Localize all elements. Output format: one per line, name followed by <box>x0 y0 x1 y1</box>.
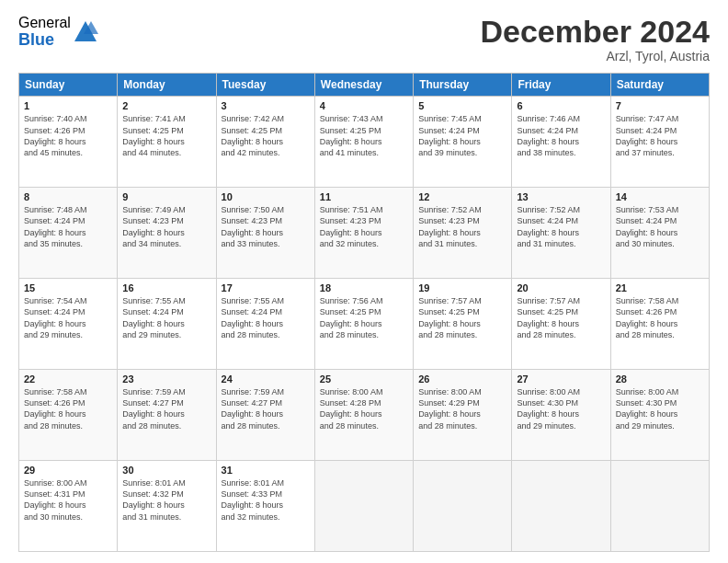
week-row-5: 29Sunrise: 8:00 AM Sunset: 4:31 PM Dayli… <box>19 461 710 552</box>
day-number: 28 <box>616 373 704 385</box>
cell-w3-d1: 15Sunrise: 7:54 AM Sunset: 4:24 PM Dayli… <box>19 279 118 370</box>
col-wednesday: Wednesday <box>314 74 413 97</box>
day-number: 22 <box>24 373 112 385</box>
cell-w3-d6: 20Sunrise: 7:57 AM Sunset: 4:25 PM Dayli… <box>512 279 610 370</box>
day-info: Sunrise: 7:52 AM Sunset: 4:24 PM Dayligh… <box>517 204 605 249</box>
day-number: 7 <box>616 100 704 111</box>
cell-w5-d6 <box>512 461 610 552</box>
day-info: Sunrise: 8:00 AM Sunset: 4:31 PM Dayligh… <box>24 477 112 523</box>
cell-w1-d1: 1Sunrise: 7:40 AM Sunset: 4:26 PM Daylig… <box>19 97 118 188</box>
cell-w4-d7: 28Sunrise: 8:00 AM Sunset: 4:30 PM Dayli… <box>610 370 709 461</box>
cell-w2-d6: 13Sunrise: 7:52 AM Sunset: 4:24 PM Dayli… <box>512 188 610 279</box>
day-number: 6 <box>517 100 605 111</box>
day-number: 30 <box>122 465 210 476</box>
day-number: 20 <box>517 282 605 293</box>
month-title: December 2024 <box>480 15 710 49</box>
day-info: Sunrise: 7:48 AM Sunset: 4:24 PM Dayligh… <box>24 204 112 249</box>
day-number: 8 <box>24 191 112 202</box>
cell-w5-d3: 31Sunrise: 8:01 AM Sunset: 4:33 PM Dayli… <box>216 461 314 552</box>
day-info: Sunrise: 7:50 AM Sunset: 4:23 PM Dayligh… <box>222 204 310 249</box>
logo-blue: Blue <box>18 31 71 50</box>
day-number: 25 <box>320 373 408 385</box>
col-friday: Friday <box>512 74 610 97</box>
cell-w5-d2: 30Sunrise: 8:01 AM Sunset: 4:32 PM Dayli… <box>118 461 216 552</box>
cell-w5-d1: 29Sunrise: 8:00 AM Sunset: 4:31 PM Dayli… <box>19 461 118 552</box>
cell-w5-d4 <box>314 461 413 552</box>
day-info: Sunrise: 8:00 AM Sunset: 4:30 PM Dayligh… <box>616 386 704 431</box>
cell-w4-d1: 22Sunrise: 7:58 AM Sunset: 4:26 PM Dayli… <box>19 370 118 461</box>
cell-w1-d3: 3Sunrise: 7:42 AM Sunset: 4:25 PM Daylig… <box>216 97 314 188</box>
cell-w3-d4: 18Sunrise: 7:56 AM Sunset: 4:25 PM Dayli… <box>314 279 413 370</box>
col-monday: Monday <box>118 74 216 97</box>
week-row-2: 8Sunrise: 7:48 AM Sunset: 4:24 PM Daylig… <box>19 188 710 279</box>
day-info: Sunrise: 7:52 AM Sunset: 4:23 PM Dayligh… <box>418 204 506 249</box>
day-info: Sunrise: 7:47 AM Sunset: 4:24 PM Dayligh… <box>616 113 704 158</box>
day-info: Sunrise: 7:57 AM Sunset: 4:25 PM Dayligh… <box>418 295 506 340</box>
cell-w4-d2: 23Sunrise: 7:59 AM Sunset: 4:27 PM Dayli… <box>118 370 216 461</box>
day-number: 9 <box>122 191 210 202</box>
day-number: 11 <box>320 191 408 202</box>
day-info: Sunrise: 7:55 AM Sunset: 4:24 PM Dayligh… <box>122 295 210 340</box>
location-title: Arzl, Tyrol, Austria <box>480 49 710 63</box>
logo-icon <box>73 19 98 45</box>
day-number: 23 <box>122 373 210 385</box>
cell-w1-d6: 6Sunrise: 7:46 AM Sunset: 4:24 PM Daylig… <box>512 97 610 188</box>
week-row-3: 15Sunrise: 7:54 AM Sunset: 4:24 PM Dayli… <box>19 279 710 370</box>
cell-w3-d7: 21Sunrise: 7:58 AM Sunset: 4:26 PM Dayli… <box>610 279 709 370</box>
day-number: 5 <box>418 100 506 111</box>
day-number: 18 <box>320 282 408 293</box>
day-number: 4 <box>320 100 408 111</box>
col-saturday: Saturday <box>610 74 709 97</box>
day-number: 14 <box>616 191 704 202</box>
cell-w4-d3: 24Sunrise: 7:59 AM Sunset: 4:27 PM Dayli… <box>216 370 314 461</box>
day-number: 24 <box>222 373 310 385</box>
day-number: 27 <box>517 373 605 385</box>
day-number: 26 <box>418 373 506 385</box>
day-info: Sunrise: 7:51 AM Sunset: 4:23 PM Dayligh… <box>320 204 408 249</box>
day-info: Sunrise: 7:58 AM Sunset: 4:26 PM Dayligh… <box>24 386 112 431</box>
day-info: Sunrise: 7:57 AM Sunset: 4:25 PM Dayligh… <box>517 295 605 340</box>
calendar-table: Sunday Monday Tuesday Wednesday Thursday… <box>18 73 710 552</box>
day-number: 13 <box>517 191 605 202</box>
day-info: Sunrise: 7:59 AM Sunset: 4:27 PM Dayligh… <box>122 386 210 431</box>
day-info: Sunrise: 8:01 AM Sunset: 4:33 PM Dayligh… <box>222 477 310 523</box>
day-info: Sunrise: 7:49 AM Sunset: 4:23 PM Dayligh… <box>122 204 210 249</box>
calendar-body: 1Sunrise: 7:40 AM Sunset: 4:26 PM Daylig… <box>19 97 710 552</box>
logo-general: General <box>18 15 71 31</box>
cell-w5-d7 <box>610 461 709 552</box>
day-number: 10 <box>222 191 310 202</box>
day-info: Sunrise: 7:53 AM Sunset: 4:24 PM Dayligh… <box>616 204 704 249</box>
calendar-page: General Blue December 2024 Arzl, Tyrol, … <box>0 0 728 563</box>
day-info: Sunrise: 8:00 AM Sunset: 4:29 PM Dayligh… <box>418 386 506 431</box>
col-tuesday: Tuesday <box>216 74 314 97</box>
day-number: 16 <box>122 282 210 293</box>
cell-w1-d4: 4Sunrise: 7:43 AM Sunset: 4:25 PM Daylig… <box>314 97 413 188</box>
header: General Blue December 2024 Arzl, Tyrol, … <box>18 15 710 63</box>
cell-w4-d5: 26Sunrise: 8:00 AM Sunset: 4:29 PM Dayli… <box>414 370 512 461</box>
day-info: Sunrise: 8:00 AM Sunset: 4:28 PM Dayligh… <box>320 386 408 431</box>
day-info: Sunrise: 7:46 AM Sunset: 4:24 PM Dayligh… <box>517 113 605 158</box>
col-sunday: Sunday <box>19 74 118 97</box>
cell-w5-d5 <box>414 461 512 552</box>
logo-text: General Blue <box>18 15 71 49</box>
day-info: Sunrise: 7:56 AM Sunset: 4:25 PM Dayligh… <box>320 295 408 340</box>
day-number: 3 <box>222 100 310 111</box>
day-number: 29 <box>24 465 112 476</box>
day-info: Sunrise: 7:43 AM Sunset: 4:25 PM Dayligh… <box>320 113 408 158</box>
cell-w3-d3: 17Sunrise: 7:55 AM Sunset: 4:24 PM Dayli… <box>216 279 314 370</box>
day-info: Sunrise: 7:54 AM Sunset: 4:24 PM Dayligh… <box>24 295 112 340</box>
day-info: Sunrise: 8:01 AM Sunset: 4:32 PM Dayligh… <box>122 477 210 523</box>
day-info: Sunrise: 7:41 AM Sunset: 4:25 PM Dayligh… <box>122 113 210 158</box>
cell-w4-d6: 27Sunrise: 8:00 AM Sunset: 4:30 PM Dayli… <box>512 370 610 461</box>
day-number: 12 <box>418 191 506 202</box>
day-number: 1 <box>24 100 112 111</box>
col-thursday: Thursday <box>414 74 512 97</box>
cell-w4-d4: 25Sunrise: 8:00 AM Sunset: 4:28 PM Dayli… <box>314 370 413 461</box>
day-number: 17 <box>222 282 310 293</box>
cell-w2-d5: 12Sunrise: 7:52 AM Sunset: 4:23 PM Dayli… <box>414 188 512 279</box>
week-row-1: 1Sunrise: 7:40 AM Sunset: 4:26 PM Daylig… <box>19 97 710 188</box>
cell-w3-d2: 16Sunrise: 7:55 AM Sunset: 4:24 PM Dayli… <box>118 279 216 370</box>
day-info: Sunrise: 8:00 AM Sunset: 4:30 PM Dayligh… <box>517 386 605 431</box>
day-number: 15 <box>24 282 112 293</box>
cell-w2-d4: 11Sunrise: 7:51 AM Sunset: 4:23 PM Dayli… <box>314 188 413 279</box>
